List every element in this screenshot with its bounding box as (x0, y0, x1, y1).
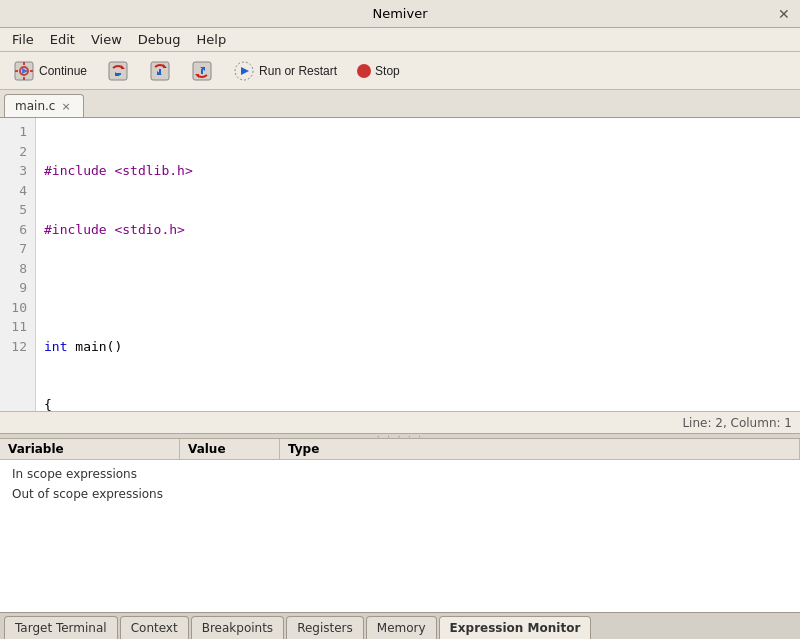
in-scope-section: In scope expressions (0, 464, 800, 484)
title-bar: Nemiver ✕ (0, 0, 800, 28)
code-container: 1 2 3 4 5 6 7 8 9 10 11 12 #include <std… (0, 118, 800, 411)
line-num-11: 11 (8, 317, 27, 337)
run-icon (233, 60, 255, 82)
tab-registers[interactable]: Registers (286, 616, 364, 639)
tab-target-terminal[interactable]: Target Terminal (4, 616, 118, 639)
step-in-icon (149, 60, 171, 82)
tab-memory[interactable]: Memory (366, 616, 437, 639)
line-numbers: 1 2 3 4 5 6 7 8 9 10 11 12 (0, 118, 36, 411)
code-line-4: int main() (44, 337, 792, 357)
line-num-1: 1 (8, 122, 27, 142)
code-line-3 (44, 278, 792, 298)
tab-context[interactable]: Context (120, 616, 189, 639)
line-num-2: 2 (8, 142, 27, 162)
line-num-10: 10 (8, 298, 27, 318)
variables-table: Variable Value Type In scope expressions… (0, 439, 800, 612)
step-out-button[interactable] (184, 56, 220, 86)
code-line-2: #include <stdio.h> (44, 220, 792, 240)
tab-expression-monitor[interactable]: Expression Monitor (439, 616, 592, 639)
line-num-4: 4 (8, 181, 27, 201)
code-content[interactable]: #include <stdlib.h> #include <stdio.h> i… (36, 118, 800, 411)
code-line-5: { (44, 395, 792, 411)
menu-file[interactable]: File (4, 30, 42, 49)
continue-label: Continue (39, 64, 87, 78)
menu-edit[interactable]: Edit (42, 30, 83, 49)
continue-icon (13, 60, 35, 82)
code-line-1: #include <stdlib.h> (44, 161, 792, 181)
close-button[interactable]: ✕ (776, 6, 792, 22)
bottom-panel: Variable Value Type In scope expressions… (0, 439, 800, 639)
stop-label: Stop (375, 64, 400, 78)
svg-rect-7 (109, 62, 127, 80)
col-type: Type (280, 439, 800, 459)
window-title: Nemiver (372, 6, 427, 21)
editor-tab[interactable]: main.c × (4, 94, 84, 117)
line-num-3: 3 (8, 161, 27, 181)
out-scope-section: Out of scope expressions (0, 484, 800, 504)
var-body: In scope expressions Out of scope expres… (0, 460, 800, 508)
line-num-5: 5 (8, 200, 27, 220)
toolbar: Continue (0, 52, 800, 90)
menu-bar: File Edit View Debug Help (0, 28, 800, 52)
line-num-6: 6 (8, 220, 27, 240)
step-over-button[interactable] (100, 56, 136, 86)
editor-area[interactable]: 1 2 3 4 5 6 7 8 9 10 11 12 #include <std… (0, 118, 800, 411)
svg-marker-20 (241, 67, 249, 75)
line-num-7: 7 (8, 239, 27, 259)
menu-view[interactable]: View (83, 30, 130, 49)
menu-debug[interactable]: Debug (130, 30, 189, 49)
line-num-8: 8 (8, 259, 27, 279)
tab-bar: main.c × (0, 90, 800, 118)
tab-label: main.c (15, 99, 55, 113)
step-in-button[interactable] (142, 56, 178, 86)
var-header: Variable Value Type (0, 439, 800, 460)
col-value: Value (180, 439, 280, 459)
stop-button[interactable]: Stop (350, 60, 407, 82)
run-restart-button[interactable]: Run or Restart (226, 56, 344, 86)
tab-breakpoints[interactable]: Breakpoints (191, 616, 284, 639)
cursor-position: Line: 2, Column: 1 (682, 416, 792, 430)
bottom-tabs: Target Terminal Context Breakpoints Regi… (0, 612, 800, 639)
col-variable: Variable (0, 439, 180, 459)
step-over-icon (107, 60, 129, 82)
tab-close-button[interactable]: × (59, 100, 72, 113)
menu-help[interactable]: Help (189, 30, 235, 49)
run-restart-label: Run or Restart (259, 64, 337, 78)
step-out-icon (191, 60, 213, 82)
stop-icon (357, 64, 371, 78)
line-num-9: 9 (8, 278, 27, 298)
continue-button[interactable]: Continue (6, 56, 94, 86)
line-num-12: 12 (8, 337, 27, 357)
